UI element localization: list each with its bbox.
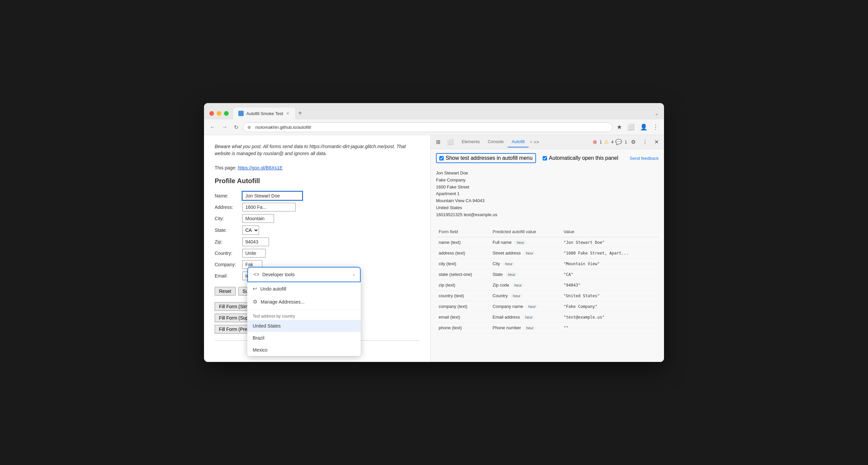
profile-btn[interactable]: 👤 bbox=[639, 122, 649, 132]
auto-open-checkbox[interactable] bbox=[542, 156, 547, 161]
reload-btn[interactable]: ↻ bbox=[232, 123, 240, 132]
address-bar-icon: ⊕ bbox=[247, 125, 251, 130]
devtools-panel: ⊞ ⬜ Elements Console Autofill × >> ⊗ 1 ⚠… bbox=[431, 135, 664, 362]
zip-input[interactable] bbox=[242, 237, 269, 246]
name-input[interactable] bbox=[242, 192, 302, 200]
heur-badge: heur bbox=[510, 294, 523, 298]
autofill-dropdown: <> Developer tools › ↩ Undo autofill ⚙ M… bbox=[247, 267, 361, 356]
cell-field: name (text) bbox=[436, 237, 490, 248]
new-tab-btn[interactable]: + bbox=[296, 109, 305, 117]
tab-elements[interactable]: Elements bbox=[458, 137, 484, 147]
dropdown-item-brazil[interactable]: Brazil bbox=[247, 332, 361, 344]
col-predicted: Predicted autofill value bbox=[490, 227, 561, 237]
menu-btn[interactable]: ⋮ bbox=[651, 122, 660, 132]
extensions-btn[interactable]: ⬜ bbox=[626, 122, 636, 132]
reset-btn[interactable]: Reset bbox=[215, 287, 236, 295]
email-label: Email: bbox=[215, 273, 240, 279]
state-label: State: bbox=[215, 228, 240, 233]
cell-value: "" bbox=[561, 322, 659, 333]
zip-label: Zip: bbox=[215, 239, 240, 244]
state-select[interactable]: CA bbox=[242, 226, 259, 235]
toolbar-actions: ★ ⬜ 👤 ⋮ bbox=[615, 122, 660, 132]
tab-close-btn[interactable]: × bbox=[286, 110, 290, 117]
dropdown-title: Developer tools bbox=[262, 272, 351, 277]
cell-value: "Fake Company" bbox=[561, 301, 659, 312]
cell-predicted: State heur bbox=[490, 269, 561, 280]
heur-badge: heur bbox=[503, 262, 515, 266]
page-warning: Beware what you post. All forms send dat… bbox=[215, 143, 420, 157]
col-form-field: Form field bbox=[436, 227, 490, 237]
developer-tools-icon: <> bbox=[253, 271, 260, 278]
back-btn[interactable]: ← bbox=[208, 123, 217, 132]
devtools-close-btn[interactable]: ✕ bbox=[652, 138, 661, 146]
heur-badge: heur bbox=[524, 325, 536, 330]
minimize-window-btn[interactable] bbox=[217, 111, 221, 116]
devtools-options-row: Show test addresses in autofill menu Aut… bbox=[436, 153, 659, 163]
tab-autofill[interactable]: Autofill bbox=[508, 137, 529, 147]
manage-addresses-item[interactable]: ⚙ Manage Addresses... bbox=[247, 295, 361, 308]
heur-badge: heur bbox=[514, 240, 527, 245]
cell-value: "CA" bbox=[561, 269, 659, 280]
auto-open-label: Automatically open this panel bbox=[549, 155, 618, 161]
dropdown-brazil-label: Brazil bbox=[253, 335, 264, 341]
dropdown-header[interactable]: <> Developer tools › bbox=[247, 267, 361, 282]
title-bar: Autofill Smoke Test × + ⌄ bbox=[204, 103, 664, 119]
devtools-select-btn[interactable]: ⊞ bbox=[433, 138, 443, 146]
dropdown-mexico-label: Mexico bbox=[253, 347, 267, 353]
heur-badge: heur bbox=[523, 251, 536, 256]
company-label: Company: bbox=[215, 262, 240, 267]
cell-predicted: Street address heur bbox=[490, 248, 561, 258]
warning-count: 4 bbox=[611, 140, 614, 144]
forward-btn[interactable]: → bbox=[220, 123, 229, 132]
city-label: City: bbox=[215, 216, 240, 221]
close-window-btn[interactable] bbox=[209, 111, 214, 116]
devtools-settings-btn[interactable]: ⚙ bbox=[628, 138, 638, 146]
tab-title: Autofill Smoke Test bbox=[246, 111, 283, 116]
tab-bar: Autofill Smoke Test × + bbox=[232, 107, 651, 119]
devtools-toolbar: ⊞ ⬜ Elements Console Autofill × >> ⊗ 1 ⚠… bbox=[431, 135, 664, 149]
devtools-badges: ⊗ 1 ⚠ 4 💬 1 bbox=[593, 139, 627, 145]
manage-addresses-label: Manage Addresses... bbox=[261, 299, 305, 304]
tab-console[interactable]: Console bbox=[484, 137, 508, 147]
undo-autofill-item[interactable]: ↩ Undo autofill bbox=[247, 282, 361, 295]
devtools-more-btn[interactable]: ⋮ bbox=[640, 138, 650, 146]
undo-autofill-label: Undo autofill bbox=[260, 286, 286, 292]
table-row: city (text) City heur "Mountain View" bbox=[436, 258, 659, 269]
cell-predicted: City heur bbox=[490, 258, 561, 269]
maximize-window-btn[interactable] bbox=[224, 111, 229, 116]
table-row: company (text) Company name heur "Fake C… bbox=[436, 301, 659, 312]
city-input[interactable] bbox=[242, 214, 274, 223]
city-row: City: bbox=[215, 214, 420, 223]
cell-predicted: Full name heur bbox=[490, 237, 561, 248]
devtools-device-btn[interactable]: ⬜ bbox=[444, 138, 456, 146]
cell-value: "94043" bbox=[561, 280, 659, 290]
close-autofill-tab-btn[interactable]: × bbox=[530, 140, 532, 144]
state-row: State: CA bbox=[215, 226, 420, 235]
address-bar[interactable]: ⊕ rsolomakhin.github.io/autofill/ bbox=[243, 122, 613, 132]
address-input[interactable] bbox=[242, 203, 296, 211]
country-input[interactable] bbox=[242, 249, 266, 258]
dropdown-section-title: Test address by country bbox=[247, 311, 361, 320]
cell-field: address (text) bbox=[436, 248, 490, 258]
col-value: Value bbox=[561, 227, 659, 237]
heur-badge: heur bbox=[512, 283, 524, 288]
message-icon: 💬 bbox=[615, 139, 622, 145]
preview-city-state-zip: Mountain View CA 94043 bbox=[436, 198, 659, 204]
devtools-tabs: Elements Console Autofill × >> bbox=[458, 137, 540, 147]
cell-field: email (text) bbox=[436, 312, 490, 322]
star-btn[interactable]: ★ bbox=[615, 122, 623, 132]
send-feedback-link[interactable]: Send feedback bbox=[630, 156, 659, 161]
table-header-row: Form field Predicted autofill value Valu… bbox=[436, 227, 659, 237]
dropdown-item-us[interactable]: United States bbox=[247, 320, 361, 332]
active-tab[interactable]: Autofill Smoke Test × bbox=[232, 107, 296, 119]
cell-value: "Mountain View" bbox=[561, 258, 659, 269]
error-count: 1 bbox=[600, 140, 602, 144]
more-tabs-btn[interactable]: >> bbox=[532, 138, 540, 146]
browser-chevron-icon[interactable]: ⌄ bbox=[655, 111, 659, 116]
page-link-url[interactable]: https://goo.gl/B6Xs1E bbox=[238, 165, 283, 171]
show-test-addresses-checkbox[interactable] bbox=[439, 156, 444, 161]
manage-icon: ⚙ bbox=[253, 298, 257, 305]
table-row: state (select-one) State heur "CA" bbox=[436, 269, 659, 280]
dropdown-item-mexico[interactable]: Mexico bbox=[247, 344, 361, 356]
cell-value: "United States" bbox=[561, 290, 659, 301]
